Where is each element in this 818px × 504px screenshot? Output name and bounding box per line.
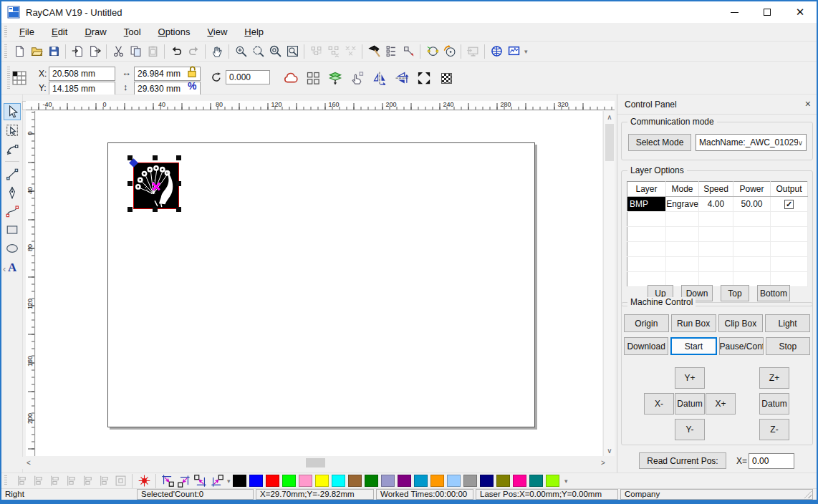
lock-ratio-icon[interactable] [186,65,198,78]
tool-marquee-select[interactable] [4,122,21,139]
scroll-left-icon[interactable]: < [23,457,34,468]
pick-tool-icon[interactable] [365,43,382,59]
read-current-pos-button[interactable]: Read Current Pos: [639,452,726,469]
trace-bitmap-icon[interactable] [423,43,441,59]
rotate-ccw-icon[interactable] [211,72,222,83]
zoom-all-icon[interactable] [266,43,284,59]
selection-handle[interactable] [127,155,133,160]
select-mode-button[interactable]: Select Mode [628,134,691,151]
selected-image[interactable] [133,163,179,209]
menu-options[interactable]: Options [150,24,199,40]
zoom-in-icon[interactable] [232,43,249,59]
network-icon[interactable] [488,43,505,59]
color-swatch-0000ff[interactable] [249,475,263,487]
selection-handle[interactable] [176,207,181,212]
layer-power[interactable]: 50.00 [733,197,771,212]
percent-icon[interactable]: % [188,80,196,92]
color-swatch-99ff00[interactable] [546,475,559,487]
y-coordinate-input[interactable] [49,82,115,96]
machine-name-dropdown[interactable]: MachName:_AWC_01029024 ∨ [696,134,807,151]
mirror-vertical-icon[interactable] [393,70,410,87]
zoom-page-icon[interactable] [284,43,301,59]
bottom-button[interactable]: Bottom [757,285,790,301]
menu-draw[interactable]: Draw [76,24,115,40]
layer-mode[interactable]: Engrave [666,197,699,212]
laser-position-icon[interactable] [136,474,152,488]
color-swatch-808000[interactable] [496,475,510,487]
tool-select[interactable] [4,103,21,120]
color-swatch-ff0099[interactable] [513,475,526,487]
scroll-right-icon[interactable]: > [597,457,609,468]
stop-button[interactable]: Stop [766,337,810,355]
mirror-horizontal-icon[interactable] [371,70,388,87]
color-swatch-99ccff[interactable] [447,475,461,487]
preview-icon[interactable] [505,43,522,59]
open-file-icon[interactable] [28,43,45,59]
scroll-up-icon[interactable]: ∧ [604,111,615,122]
horizontal-scrollbar[interactable]: < > [21,457,615,469]
color-swatch-ff0000[interactable] [266,475,279,487]
expand-icon[interactable] [415,70,433,87]
color-swatch-800080[interactable] [398,475,411,487]
canvas[interactable] [36,111,602,456]
jog-z-minus-button[interactable]: Z- [759,419,789,440]
cloud-upload-icon[interactable] [282,70,299,87]
undo-icon[interactable] [168,43,185,59]
locate-top-right-icon[interactable] [177,473,191,489]
download-button[interactable]: Download [624,337,668,355]
menu-help[interactable]: Help [236,24,272,40]
scroll-down-icon[interactable]: ∨ [604,445,615,456]
origin-button[interactable]: Origin [624,314,669,332]
selection-handle[interactable] [127,207,133,212]
color-swatch-000080[interactable] [480,475,494,487]
color-swatch-008080[interactable] [529,475,543,487]
datum-xy-button[interactable]: Datum [675,393,705,415]
color-swatch-ffff00[interactable] [315,475,329,487]
tool-line[interactable] [4,165,21,183]
top-button[interactable]: Top [721,285,749,301]
rotation-input[interactable] [226,70,270,84]
run-box-button[interactable]: Run Box [671,314,716,332]
tool-pen[interactable] [4,184,21,201]
locate-top-left-icon[interactable] [160,474,175,488]
vertical-scroll-thumb[interactable] [605,124,614,161]
menu-file[interactable]: File [11,24,43,40]
jog-x-plus-button[interactable]: X+ [706,393,736,415]
layer-row[interactable]: BMPEngrave4.0050.00✓ [627,197,808,212]
tool-ellipse[interactable] [4,240,21,257]
locate-bottom-left-icon[interactable] [210,473,224,489]
output-checkbox[interactable]: ✓ [784,200,794,209]
color-swatch-000000[interactable] [233,475,246,487]
color-swatch-00ff00[interactable] [282,475,296,487]
pan-icon[interactable] [208,43,226,59]
resize-grip[interactable] [804,490,812,498]
control-panel-close-icon[interactable]: × [805,98,811,110]
hand-drag-icon[interactable] [349,70,366,87]
selection-handle[interactable] [153,207,158,212]
selection-handle[interactable] [127,181,133,186]
selection-handle[interactable] [176,155,181,160]
selection-handle[interactable] [176,181,181,186]
layer-speed[interactable]: 4.00 [699,197,733,212]
minimize-button[interactable] [718,1,751,23]
selection-handle[interactable] [153,155,158,160]
array-copy-icon[interactable] [382,43,400,59]
rotate-tool-icon[interactable] [441,43,458,59]
start-button[interactable]: Start [670,337,716,355]
tool-rectangle[interactable] [4,221,21,238]
close-button[interactable]: ✕ [784,1,817,23]
jog-y-plus-button[interactable]: Y+ [675,367,705,389]
color-swatch-999999[interactable] [463,475,477,487]
datum-z-button[interactable]: Datum [759,393,789,415]
jog-y-minus-button[interactable]: Y- [675,419,705,440]
maximize-button[interactable] [751,1,784,23]
pause-continue-button[interactable]: Pause/Continue [719,337,764,355]
tool-bezier[interactable] [4,203,21,220]
collapse-toolbar-arrow[interactable]: ‹ [3,263,6,274]
jog-x-minus-button[interactable]: X- [644,393,674,415]
zoom-window-icon[interactable] [249,43,266,59]
menu-edit[interactable]: Edit [43,24,76,40]
layer-name[interactable]: BMP [627,197,666,212]
clip-box-button[interactable]: Clip Box [718,314,764,332]
color-swatch-ff9900[interactable] [430,475,444,487]
